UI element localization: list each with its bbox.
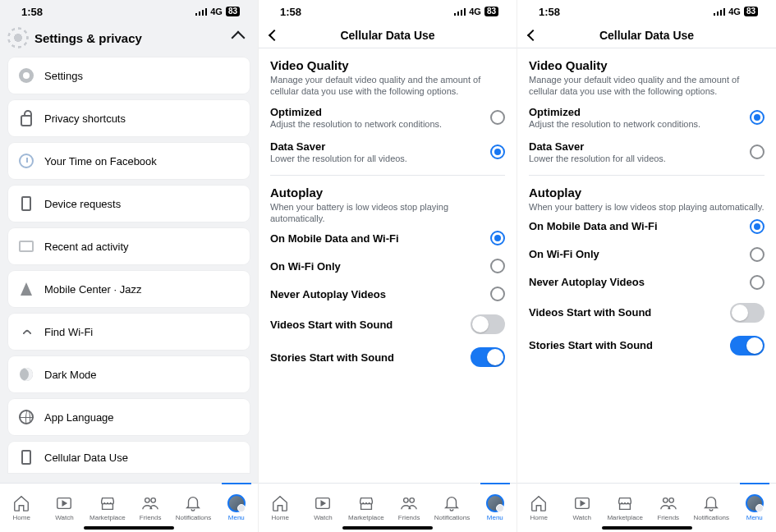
switch-videos-sound[interactable] (471, 314, 505, 334)
tab-notifications[interactable]: Notifications (172, 484, 214, 532)
marketplace-icon (99, 494, 117, 512)
toggle-videos-sound[interactable]: Videos Start with Sound (270, 308, 505, 341)
menu-item-recent-ad[interactable]: Recent ad activity (8, 228, 250, 264)
tab-marketplace[interactable]: Marketplace (604, 484, 647, 532)
svg-point-2 (151, 498, 156, 503)
battery-icon: 83 (484, 7, 498, 16)
menu-item-app-language[interactable]: App Language (8, 399, 250, 435)
option-mobile-wifi[interactable]: On Mobile Data and Wi-Fi (270, 224, 505, 252)
friends-icon (659, 494, 677, 512)
home-icon (530, 494, 548, 512)
menu-item-settings[interactable]: Settings (8, 57, 250, 94)
signal-icon (714, 7, 725, 16)
watch-icon (573, 494, 591, 512)
tower-icon (21, 282, 32, 296)
tab-marketplace[interactable]: Marketplace (345, 484, 388, 532)
avatar-icon (486, 494, 504, 512)
settings-privacy-header[interactable]: Settings & privacy (0, 23, 258, 53)
tab-watch[interactable]: Watch (561, 484, 604, 532)
menu-item-privacy-shortcuts[interactable]: Privacy shortcuts (8, 100, 250, 136)
switch-videos-sound[interactable] (730, 303, 765, 323)
page-header: Cellular Data Use (517, 23, 776, 48)
toggle-stories-sound[interactable]: Stories Start with Sound (270, 341, 505, 374)
menu-item-your-time[interactable]: Your Time on Facebook (8, 143, 250, 179)
menu-item-dark-mode[interactable]: Dark Mode (8, 356, 250, 392)
tab-menu[interactable]: Menu (215, 484, 258, 532)
option-data-saver[interactable]: Data SaverLower the resolution for all v… (529, 132, 765, 167)
battery-icon: 83 (744, 7, 758, 16)
menu-item-device-requests[interactable]: Device requests (8, 186, 250, 222)
settings-list: Settings Privacy shortcuts Your Time on … (0, 53, 258, 483)
content: Video Quality Manage your default video … (259, 48, 517, 483)
tab-friends[interactable]: Friends (129, 484, 172, 532)
status-bar: 1:58 4G83 (259, 0, 517, 23)
option-optimized[interactable]: OptimizedAdjust the resolution to networ… (529, 98, 765, 132)
ad-icon (19, 241, 34, 252)
option-never[interactable]: Never Autoplay Videos (529, 268, 765, 296)
option-data-saver[interactable]: Data SaverLower the resolution for all v… (270, 132, 505, 167)
toggle-videos-sound[interactable]: Videos Start with Sound (529, 296, 765, 329)
globe-icon (19, 410, 34, 424)
tab-friends[interactable]: Friends (647, 484, 691, 532)
radio-optimized[interactable] (490, 110, 505, 125)
tab-marketplace[interactable]: Marketplace (86, 484, 129, 532)
tab-home[interactable]: Home (517, 484, 561, 532)
battery-icon: 83 (226, 7, 240, 16)
header-title: Settings & privacy (34, 31, 142, 45)
section-heading: Video Quality (529, 58, 765, 72)
page-title: Cellular Data Use (517, 29, 776, 42)
svg-point-1 (145, 498, 150, 503)
radio-mobile-wifi[interactable] (750, 219, 765, 234)
section-heading: Video Quality (270, 58, 505, 72)
section-desc: Manage your default video quality and th… (270, 74, 505, 98)
option-optimized[interactable]: OptimizedAdjust the resolution to networ… (270, 98, 505, 132)
screen-cellular-b: 1:58 4G83 Cellular Data Use Video Qualit… (259, 0, 517, 532)
radio-mobile-wifi[interactable] (490, 231, 505, 245)
switch-stories-sound[interactable] (730, 336, 765, 355)
option-wifi-only[interactable]: On Wi-Fi Only (270, 252, 505, 280)
option-never[interactable]: Never Autoplay Videos (270, 280, 505, 308)
section-autoplay: Autoplay When your battery is low videos… (529, 176, 765, 362)
radio-wifi-only[interactable] (750, 247, 765, 262)
tab-notifications[interactable]: Notifications (430, 484, 473, 532)
radio-wifi-only[interactable] (490, 259, 505, 273)
tab-friends[interactable]: Friends (388, 484, 430, 532)
radio-optimized[interactable] (750, 110, 765, 125)
watch-icon (55, 494, 73, 512)
switch-stories-sound[interactable] (471, 347, 505, 367)
signal-icon (454, 7, 466, 16)
tab-menu[interactable]: Menu (474, 484, 517, 532)
bell-icon (184, 494, 202, 512)
tab-bar: Home Watch Marketplace Friends Notificat… (517, 483, 776, 532)
radio-data-saver[interactable] (750, 144, 765, 159)
tab-home[interactable]: Home (0, 484, 43, 532)
menu-item-cellular-data[interactable]: Cellular Data Use (8, 442, 250, 473)
avatar-icon (227, 494, 246, 512)
home-indicator[interactable] (84, 526, 174, 530)
radio-data-saver[interactable] (490, 144, 505, 159)
phone-icon (21, 450, 31, 465)
section-desc: When your battery is low videos stop pla… (270, 201, 505, 225)
tab-watch[interactable]: Watch (301, 484, 344, 532)
tab-watch[interactable]: Watch (43, 484, 85, 532)
toggle-stories-sound[interactable]: Stories Start with Sound (529, 329, 765, 362)
status-time: 1:58 (280, 6, 301, 18)
back-button[interactable] (527, 30, 539, 41)
content: Video Quality Manage your default video … (517, 48, 776, 483)
tab-home[interactable]: Home (259, 484, 301, 532)
section-heading: Autoplay (270, 186, 505, 200)
option-mobile-wifi[interactable]: On Mobile Data and Wi-Fi (529, 213, 765, 241)
back-button[interactable] (269, 30, 280, 41)
menu-item-find-wifi[interactable]: Find Wi-Fi (8, 314, 250, 350)
option-wifi-only[interactable]: On Wi-Fi Only (529, 241, 765, 268)
tab-menu[interactable]: Menu (733, 484, 777, 532)
svg-point-8 (669, 498, 674, 503)
radio-never[interactable] (750, 275, 765, 290)
status-time: 1:58 (539, 6, 560, 18)
tab-notifications[interactable]: Notifications (690, 484, 733, 532)
marketplace-icon (357, 494, 375, 512)
radio-never[interactable] (490, 287, 505, 301)
home-indicator[interactable] (342, 526, 433, 530)
menu-item-mobile-center[interactable]: Mobile Center · Jazz (8, 271, 250, 307)
home-indicator[interactable] (602, 526, 692, 530)
